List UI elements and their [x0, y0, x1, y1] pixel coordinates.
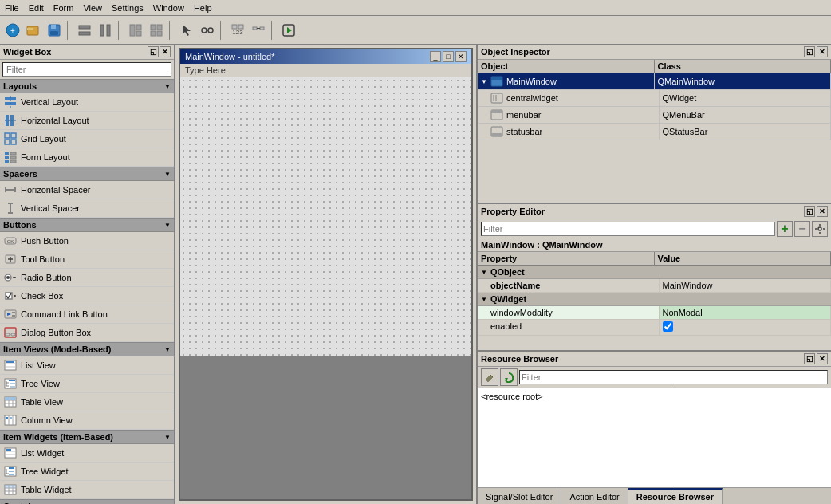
wb-item-check-box[interactable]: Check Box	[0, 287, 174, 305]
tb-connect[interactable]	[198, 21, 217, 40]
object-inspector-float-btn[interactable]: ◱	[804, 46, 815, 57]
widget-box-close-btn[interactable]: ✕	[160, 46, 171, 57]
wb-item-horizontal-spacer[interactable]: Horizontal Spacer	[0, 181, 174, 199]
wb-item-table-widget[interactable]: Table Widget	[0, 481, 174, 499]
wb-item-command-link-button[interactable]: Command Link Button	[0, 305, 174, 324]
object-inspector-table: Object Class ▼ MainWindow QMainWindow	[478, 60, 831, 203]
pe-row-windowmodality[interactable]: windowModality NonModal	[478, 306, 831, 320]
resource-browser-header: Resource Browser ◱ ✕	[478, 352, 831, 367]
wb-item-list-view[interactable]: List View	[0, 356, 174, 375]
tb-save[interactable]	[45, 21, 64, 40]
pe-group-qobject[interactable]: ▼ QObject	[478, 266, 831, 279]
rb-refresh-btn[interactable]	[500, 368, 518, 386]
wb-category-buttons[interactable]: Buttons ▼	[0, 218, 174, 232]
resource-browser-toolbar	[478, 367, 831, 388]
wb-category-item-views[interactable]: Item Views (Model-Based) ▼	[0, 342, 174, 356]
resource-browser-filter[interactable]	[519, 370, 828, 384]
form-close-btn[interactable]: ✕	[455, 51, 467, 62]
resource-browser-tabs: Signal/Slot Editor Action Editor Resourc…	[478, 487, 831, 504]
tb-layout2[interactable]	[96, 21, 115, 40]
wb-item-list-widget[interactable]: List Widget	[0, 444, 174, 463]
oi-cell-menubar-object: menubar	[478, 107, 660, 123]
svg-rect-88	[5, 415, 16, 425]
form-canvas[interactable]	[180, 77, 471, 356]
enabled-checkbox[interactable]	[663, 321, 673, 332]
svg-marker-29	[287, 27, 292, 33]
pe-filter-settings-btn[interactable]	[812, 221, 828, 237]
pe-filter-add-btn[interactable]: +	[777, 221, 793, 237]
tb-preview[interactable]	[279, 21, 298, 40]
oi-row-mainwindow[interactable]: ▼ MainWindow QMainWindow	[478, 73, 831, 90]
wb-item-table-view[interactable]: Table View	[0, 393, 174, 411]
menu-settings[interactable]: Settings	[107, 2, 148, 14]
widget-box-filter[interactable]	[2, 62, 171, 77]
tab-signal-slot-editor[interactable]: Signal/Slot Editor	[478, 488, 561, 504]
tb-buddies[interactable]	[249, 21, 268, 40]
wb-item-vertical-spacer[interactable]: Vertical Spacer	[0, 199, 174, 218]
menu-view[interactable]: View	[78, 2, 107, 14]
property-editor-float-btn[interactable]: ◱	[804, 206, 815, 217]
wb-category-containers[interactable]: Containers ▼	[0, 499, 174, 504]
wb-category-item-widgets[interactable]: Item Widgets (Item-Based) ▼	[0, 430, 174, 444]
svg-rect-39	[11, 140, 16, 144]
form-minimize-btn[interactable]: _	[430, 51, 441, 62]
wb-item-tool-button[interactable]: Tool Button	[0, 250, 174, 269]
menu-help[interactable]: Help	[189, 2, 217, 14]
rb-edit-btn[interactable]	[481, 368, 498, 386]
wb-category-spacers[interactable]: Spacers ▼	[0, 167, 174, 181]
widget-box-float-btn[interactable]: ◱	[148, 46, 159, 57]
wb-item-horizontal-layout[interactable]: Horizontal Layout	[0, 112, 174, 130]
wb-item-column-view[interactable]: Column View	[0, 411, 174, 430]
pe-filter-remove-btn[interactable]: −	[794, 221, 810, 237]
tab-resource-browser[interactable]: Resource Browser	[628, 488, 723, 504]
menu-window[interactable]: Window	[148, 2, 189, 14]
wb-item-radio-button[interactable]: Radio Button	[0, 269, 174, 287]
svg-rect-91	[6, 417, 8, 419]
pe-cell-enabled-val	[660, 320, 832, 335]
resource-browser-right[interactable]	[671, 388, 831, 487]
oi-cell-statusbar-class: QStatusBar	[660, 124, 832, 140]
wb-item-form-layout-label: Form Layout	[21, 152, 70, 162]
wb-item-dialog-button-box[interactable]: Dialog Button Box	[0, 324, 174, 342]
oi-cell-centralwidget-object: centralwidget	[478, 90, 660, 106]
tb-new[interactable]: +	[3, 21, 22, 40]
wb-item-tree-widget[interactable]: Tree Widget	[0, 463, 174, 481]
resource-browser-close-btn[interactable]: ✕	[817, 353, 828, 364]
oi-row-statusbar[interactable]: statusbar QStatusBar	[478, 124, 831, 140]
pe-row-objectname[interactable]: objectName MainWindow	[478, 279, 831, 293]
menu-file[interactable]: File	[0, 2, 24, 14]
tb-pointer[interactable]	[177, 21, 196, 40]
property-editor-close-btn[interactable]: ✕	[817, 206, 828, 217]
wb-item-grid-layout[interactable]: Grid Layout	[0, 130, 174, 148]
object-inspector-close-btn[interactable]: ✕	[817, 46, 828, 57]
menu-form[interactable]: Form	[49, 2, 79, 14]
wb-item-vertical-layout[interactable]: Vertical Layout	[0, 93, 174, 112]
wb-item-push-button[interactable]: OK Push Button	[0, 232, 174, 250]
pe-cell-windowmodality-prop: windowModality	[478, 306, 660, 319]
wb-item-form-layout[interactable]: Form Layout	[0, 148, 174, 167]
tb-taborder[interactable]: 123	[228, 21, 247, 40]
pe-row-enabled[interactable]: enabled	[478, 320, 831, 336]
property-editor-filter[interactable]	[481, 222, 775, 236]
form-maximize-btn[interactable]: □	[443, 51, 454, 62]
wb-item-vertical-spacer-label: Vertical Spacer	[21, 203, 80, 213]
form-type-here[interactable]: Type Here	[185, 65, 226, 75]
resource-browser-float-btn[interactable]: ◱	[804, 353, 815, 364]
oi-row-menubar[interactable]: menubar QMenuBar	[478, 107, 831, 124]
vertical-layout-icon	[3, 95, 18, 109]
tb-btn4[interactable]	[147, 21, 166, 40]
wb-category-layouts[interactable]: Layouts ▼	[0, 79, 174, 93]
pe-cell-enabled-prop: enabled	[478, 320, 660, 335]
svg-rect-45	[10, 160, 16, 163]
wb-item-tree-view[interactable]: Tree View	[0, 375, 174, 393]
pe-group-qwidget[interactable]: ▼ QWidget	[478, 293, 831, 306]
tb-btn3[interactable]	[126, 21, 145, 40]
tb-open[interactable]	[24, 21, 43, 40]
oi-row-centralwidget[interactable]: centralwidget QWidget	[478, 90, 831, 107]
property-editor-header: Property Editor ◱ ✕	[478, 204, 831, 219]
tb-layout1[interactable]	[75, 21, 94, 40]
resource-browser-left[interactable]: <resource root>	[478, 388, 671, 487]
menu-edit[interactable]: Edit	[24, 2, 49, 14]
widget-box-scroll[interactable]: Layouts ▼ Vertical Layout Horizontal Lay…	[0, 79, 174, 504]
tab-action-editor[interactable]: Action Editor	[561, 488, 628, 504]
